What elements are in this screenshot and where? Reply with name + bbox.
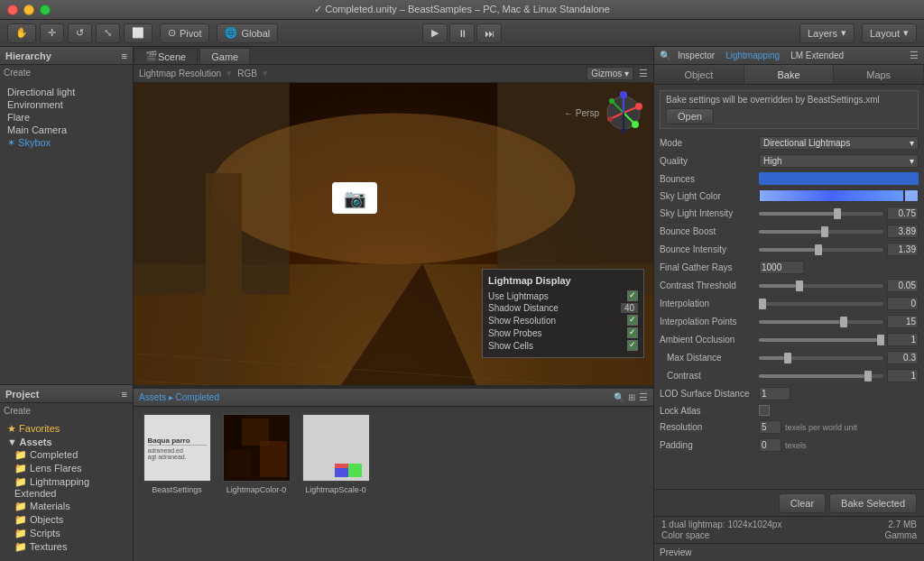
move-tool[interactable]: ✛ (40, 23, 64, 43)
global-button[interactable]: 🌐 Global (217, 23, 278, 43)
project-item-lightmapping[interactable]: 📁 Lightmapping Extended (4, 475, 129, 500)
lock-atlas-label: Lock Atlas (660, 406, 759, 416)
hierarchy-collapse-icon[interactable]: ≡ (122, 51, 127, 61)
scene-gizmo[interactable] (601, 90, 646, 135)
interpolation-value[interactable]: 0 (887, 297, 919, 310)
md-track[interactable] (759, 356, 883, 360)
sky-light-intensity-value[interactable]: 0.75 (887, 207, 919, 220)
shadow-distance-value[interactable]: 40 (621, 303, 638, 313)
lm-extended-tab-label[interactable]: LM Extended (790, 51, 844, 60)
assets-search-icon[interactable]: 🔍 (614, 392, 624, 402)
pause-button[interactable]: ⏸ (449, 23, 475, 43)
ao-slider: 1 (759, 333, 919, 346)
hierarchy-item-main-camera[interactable]: Main Camera (4, 124, 129, 136)
inspector-tab-label[interactable]: Inspector (678, 51, 715, 60)
rect-tool[interactable]: ⬜ (124, 23, 152, 43)
interp-track[interactable] (759, 302, 883, 306)
project-item-textures[interactable]: 📁 Textures (4, 540, 129, 554)
quality-dropdown[interactable]: High ▾ (759, 154, 919, 168)
hierarchy-item-skybox[interactable]: ✶ Skybox (4, 136, 129, 150)
scene-tab[interactable]: 🎬 Scene (134, 48, 198, 64)
intensity-track[interactable] (759, 212, 883, 216)
lock-atlas-checkbox[interactable] (759, 405, 770, 416)
project-collapse-icon[interactable]: ≡ (122, 389, 127, 400)
project-item-scripts[interactable]: 📁 Scripts (4, 527, 129, 540)
bounces-slider[interactable] (759, 172, 919, 185)
ct-track[interactable] (759, 284, 883, 288)
final-gather-rays-value[interactable]: 1000 (759, 261, 804, 274)
interp-thumb[interactable] (759, 299, 766, 309)
resolution-value[interactable]: 5 (759, 420, 781, 434)
ao-contrast-value[interactable]: 1 (887, 369, 919, 382)
bounce-boost-value[interactable]: 3.89 (887, 225, 919, 238)
mode-dropdown[interactable]: Directional Lightmaps ▾ (759, 136, 919, 150)
bake-tab[interactable]: Bake (744, 65, 835, 84)
layers-dropdown[interactable]: Layers ▾ (799, 23, 855, 43)
ao-thumb[interactable] (877, 335, 884, 345)
use-lightmaps-checkbox[interactable] (627, 290, 638, 301)
padding-value[interactable]: 0 (759, 438, 781, 452)
aoc-track[interactable] (759, 374, 883, 378)
inspector-tab-header[interactable]: 🔍 (660, 51, 670, 60)
clear-button[interactable]: Clear (779, 493, 826, 513)
gizmos-dropdown[interactable]: Gizmos ▾ (587, 67, 633, 80)
right-panel-menu-icon[interactable]: ☰ (910, 50, 919, 61)
viewport-menu-icon[interactable]: ☰ (639, 68, 648, 79)
assets-grid-icon[interactable]: ⊞ (628, 392, 635, 402)
boost-thumb[interactable] (821, 226, 828, 237)
sky-light-color-end[interactable] (904, 189, 919, 202)
hierarchy-item-flare[interactable]: Flare (4, 111, 129, 124)
bake-selected-button[interactable]: Bake Selected (829, 493, 917, 513)
intensity-thumb[interactable] (834, 208, 841, 219)
project-item-lens-flares[interactable]: 📁 Lens Flares (4, 462, 129, 475)
maps-tab[interactable]: Maps (834, 65, 924, 84)
hand-tool[interactable]: ✋ (7, 23, 36, 43)
lod-surface-value[interactable]: 1 (759, 387, 790, 400)
game-tab[interactable]: Game (199, 48, 250, 64)
boost-track[interactable] (759, 230, 883, 234)
md-thumb[interactable] (784, 353, 791, 363)
rotate-tool[interactable]: ↺ (68, 23, 92, 43)
open-button[interactable]: Open (666, 108, 714, 124)
bi-thumb[interactable] (815, 244, 822, 255)
show-resolution-checkbox[interactable] (627, 315, 638, 326)
show-probes-checkbox[interactable] (627, 327, 638, 338)
asset-lightmap-scale[interactable]: LightmapScale-0 (300, 414, 372, 494)
asset-lightmap-color[interactable]: LightmapColor-0 (220, 414, 292, 494)
object-tab[interactable]: Object (654, 65, 744, 84)
aoc-thumb[interactable] (864, 371, 872, 382)
viewport[interactable]: 📷 ← Persp (134, 83, 653, 385)
project-item-materials[interactable]: 📁 Materials (4, 500, 129, 513)
project-item-objects[interactable]: 📁 Objects (4, 513, 129, 527)
hierarchy-create-button[interactable]: Create (4, 68, 31, 78)
max-distance-value[interactable]: 0.3 (887, 351, 919, 364)
pivot-button[interactable]: ⊙ Pivot (160, 23, 209, 43)
show-cells-checkbox[interactable] (627, 340, 638, 351)
project-create-button[interactable]: Create (4, 406, 31, 416)
layout-dropdown[interactable]: Layout ▾ (862, 23, 917, 43)
contrast-threshold-value[interactable]: 0.05 (887, 279, 919, 292)
maximize-button[interactable] (40, 5, 51, 15)
sky-light-color-picker[interactable] (759, 189, 904, 202)
ip-thumb[interactable] (840, 317, 847, 327)
play-button[interactable]: ▶ (422, 23, 448, 43)
scale-tool[interactable]: ⤡ (96, 23, 120, 43)
ip-track[interactable] (759, 320, 883, 324)
bi-track[interactable] (759, 248, 883, 252)
hierarchy-item-environment[interactable]: Environment (4, 98, 129, 111)
ct-thumb[interactable] (796, 280, 803, 291)
asset-beast-settings[interactable]: Baqua parro adranead.ed agt adranead. Be… (141, 414, 213, 494)
close-button[interactable] (7, 5, 18, 15)
minimize-button[interactable] (23, 5, 34, 15)
hierarchy-item-directional-light[interactable]: Directional light (4, 86, 129, 98)
project-favorites[interactable]: ★ Favorites (4, 422, 129, 436)
bounce-intensity-value[interactable]: 1.39 (887, 243, 919, 256)
project-assets[interactable]: ▼ Assets (4, 436, 129, 448)
lightmapping-tab-label[interactable]: Lightmapping (725, 51, 780, 60)
project-item-completed[interactable]: 📁 Completed (4, 448, 129, 462)
step-button[interactable]: ⏭ (476, 23, 502, 43)
ambient-occlusion-value[interactable]: 1 (887, 333, 919, 346)
interpolation-points-value[interactable]: 15 (887, 315, 919, 328)
ao-track[interactable] (759, 338, 883, 342)
assets-menu-icon[interactable]: ☰ (639, 391, 648, 403)
